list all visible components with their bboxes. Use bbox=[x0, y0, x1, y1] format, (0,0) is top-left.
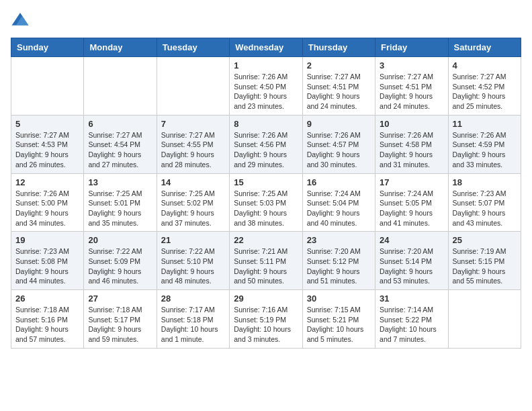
day-number: 7 bbox=[161, 119, 225, 129]
calendar-day-cell: 17Sunrise: 7:24 AM Sunset: 5:05 PM Dayli… bbox=[375, 173, 448, 232]
day-number: 4 bbox=[453, 60, 517, 71]
day-info: Sunrise: 7:18 AM Sunset: 5:16 PM Dayligh… bbox=[15, 305, 79, 345]
calendar-day-cell: 28Sunrise: 7:17 AM Sunset: 5:18 PM Dayli… bbox=[157, 290, 229, 349]
day-number: 6 bbox=[88, 119, 152, 129]
calendar-week-row: 26Sunrise: 7:18 AM Sunset: 5:16 PM Dayli… bbox=[11, 290, 521, 349]
calendar-week-row: 19Sunrise: 7:23 AM Sunset: 5:08 PM Dayli… bbox=[11, 232, 521, 290]
calendar-day-cell: 27Sunrise: 7:18 AM Sunset: 5:17 PM Dayli… bbox=[84, 290, 157, 349]
day-info: Sunrise: 7:25 AM Sunset: 5:01 PM Dayligh… bbox=[88, 189, 152, 228]
calendar-day-cell: 14Sunrise: 7:25 AM Sunset: 5:02 PM Dayli… bbox=[157, 173, 229, 232]
day-info: Sunrise: 7:23 AM Sunset: 5:08 PM Dayligh… bbox=[15, 246, 79, 286]
day-info: Sunrise: 7:27 AM Sunset: 4:52 PM Dayligh… bbox=[453, 72, 517, 111]
day-info: Sunrise: 7:22 AM Sunset: 5:10 PM Dayligh… bbox=[161, 246, 225, 286]
day-info: Sunrise: 7:17 AM Sunset: 5:18 PM Dayligh… bbox=[161, 305, 225, 345]
day-number: 29 bbox=[234, 293, 298, 304]
day-number: 18 bbox=[453, 177, 517, 187]
calendar-day-cell bbox=[157, 57, 229, 116]
day-info: Sunrise: 7:27 AM Sunset: 4:51 PM Dayligh… bbox=[307, 72, 371, 111]
calendar-day-cell: 18Sunrise: 7:23 AM Sunset: 5:07 PM Dayli… bbox=[448, 173, 521, 232]
day-info: Sunrise: 7:26 AM Sunset: 4:56 PM Dayligh… bbox=[234, 130, 298, 170]
calendar-week-row: 5Sunrise: 7:27 AM Sunset: 4:53 PM Daylig… bbox=[11, 115, 521, 173]
day-number: 24 bbox=[380, 235, 443, 245]
day-number: 14 bbox=[161, 177, 225, 187]
day-number: 5 bbox=[15, 119, 79, 129]
day-info: Sunrise: 7:26 AM Sunset: 4:50 PM Dayligh… bbox=[234, 72, 298, 111]
logo-icon bbox=[11, 11, 30, 30]
calendar-day-cell: 5Sunrise: 7:27 AM Sunset: 4:53 PM Daylig… bbox=[11, 115, 84, 173]
calendar-day-cell: 25Sunrise: 7:19 AM Sunset: 5:15 PM Dayli… bbox=[448, 232, 521, 290]
day-info: Sunrise: 7:26 AM Sunset: 4:59 PM Dayligh… bbox=[453, 130, 517, 170]
day-number: 12 bbox=[15, 177, 79, 187]
calendar-day-cell: 6Sunrise: 7:27 AM Sunset: 4:54 PM Daylig… bbox=[84, 115, 157, 173]
day-number: 11 bbox=[453, 119, 517, 129]
day-number: 27 bbox=[88, 293, 152, 304]
calendar-day-cell: 24Sunrise: 7:20 AM Sunset: 5:14 PM Dayli… bbox=[375, 232, 448, 290]
calendar-day-cell: 22Sunrise: 7:21 AM Sunset: 5:11 PM Dayli… bbox=[230, 232, 302, 290]
day-of-week-header: Sunday bbox=[11, 38, 84, 57]
day-info: Sunrise: 7:27 AM Sunset: 4:54 PM Dayligh… bbox=[88, 130, 152, 170]
day-info: Sunrise: 7:26 AM Sunset: 4:57 PM Dayligh… bbox=[307, 130, 371, 170]
day-of-week-header: Friday bbox=[375, 38, 448, 57]
day-number: 28 bbox=[161, 293, 225, 304]
calendar-day-cell bbox=[84, 57, 157, 116]
calendar-day-cell: 31Sunrise: 7:14 AM Sunset: 5:22 PM Dayli… bbox=[375, 290, 448, 349]
calendar-day-cell: 26Sunrise: 7:18 AM Sunset: 5:16 PM Dayli… bbox=[11, 290, 84, 349]
calendar-day-cell: 7Sunrise: 7:27 AM Sunset: 4:55 PM Daylig… bbox=[157, 115, 229, 173]
calendar-day-cell: 12Sunrise: 7:26 AM Sunset: 5:00 PM Dayli… bbox=[11, 173, 84, 232]
day-number: 26 bbox=[15, 293, 79, 304]
calendar-day-cell: 23Sunrise: 7:20 AM Sunset: 5:12 PM Dayli… bbox=[302, 232, 375, 290]
day-number: 19 bbox=[15, 235, 79, 245]
calendar-table: SundayMondayTuesdayWednesdayThursdayFrid… bbox=[11, 38, 521, 349]
day-info: Sunrise: 7:24 AM Sunset: 5:05 PM Dayligh… bbox=[380, 189, 443, 228]
calendar-day-cell: 10Sunrise: 7:26 AM Sunset: 4:58 PM Dayli… bbox=[375, 115, 448, 173]
day-info: Sunrise: 7:25 AM Sunset: 5:02 PM Dayligh… bbox=[161, 189, 225, 228]
calendar-day-cell: 8Sunrise: 7:26 AM Sunset: 4:56 PM Daylig… bbox=[230, 115, 302, 173]
day-info: Sunrise: 7:19 AM Sunset: 5:15 PM Dayligh… bbox=[453, 246, 517, 286]
calendar-day-cell: 29Sunrise: 7:16 AM Sunset: 5:19 PM Dayli… bbox=[230, 290, 302, 349]
day-info: Sunrise: 7:26 AM Sunset: 4:58 PM Dayligh… bbox=[380, 130, 443, 170]
day-number: 1 bbox=[234, 60, 298, 71]
day-info: Sunrise: 7:26 AM Sunset: 5:00 PM Dayligh… bbox=[15, 189, 79, 228]
day-info: Sunrise: 7:20 AM Sunset: 5:14 PM Dayligh… bbox=[380, 246, 443, 286]
day-info: Sunrise: 7:14 AM Sunset: 5:22 PM Dayligh… bbox=[380, 305, 443, 345]
day-number: 23 bbox=[307, 235, 371, 245]
day-info: Sunrise: 7:23 AM Sunset: 5:07 PM Dayligh… bbox=[453, 189, 517, 228]
day-number: 21 bbox=[161, 235, 225, 245]
day-number: 30 bbox=[307, 293, 371, 304]
day-info: Sunrise: 7:24 AM Sunset: 5:04 PM Dayligh… bbox=[307, 189, 371, 228]
calendar-week-row: 12Sunrise: 7:26 AM Sunset: 5:00 PM Dayli… bbox=[11, 173, 521, 232]
calendar-day-cell: 4Sunrise: 7:27 AM Sunset: 4:52 PM Daylig… bbox=[448, 57, 521, 116]
day-number: 2 bbox=[307, 60, 371, 71]
day-info: Sunrise: 7:20 AM Sunset: 5:12 PM Dayligh… bbox=[307, 246, 371, 286]
calendar-day-cell: 3Sunrise: 7:27 AM Sunset: 4:51 PM Daylig… bbox=[375, 57, 448, 116]
day-number: 20 bbox=[88, 235, 152, 245]
calendar-day-cell: 19Sunrise: 7:23 AM Sunset: 5:08 PM Dayli… bbox=[11, 232, 84, 290]
day-of-week-header: Tuesday bbox=[157, 38, 229, 57]
day-info: Sunrise: 7:27 AM Sunset: 4:53 PM Dayligh… bbox=[15, 130, 79, 170]
calendar-day-cell: 9Sunrise: 7:26 AM Sunset: 4:57 PM Daylig… bbox=[302, 115, 375, 173]
calendar-day-cell: 2Sunrise: 7:27 AM Sunset: 4:51 PM Daylig… bbox=[302, 57, 375, 116]
calendar-week-row: 1Sunrise: 7:26 AM Sunset: 4:50 PM Daylig… bbox=[11, 57, 521, 116]
calendar-day-cell bbox=[448, 290, 521, 349]
logo bbox=[11, 11, 32, 30]
day-of-week-header: Monday bbox=[84, 38, 157, 57]
day-info: Sunrise: 7:22 AM Sunset: 5:09 PM Dayligh… bbox=[88, 246, 152, 286]
day-info: Sunrise: 7:25 AM Sunset: 5:03 PM Dayligh… bbox=[234, 189, 298, 228]
day-number: 9 bbox=[307, 119, 371, 129]
calendar-day-cell: 21Sunrise: 7:22 AM Sunset: 5:10 PM Dayli… bbox=[157, 232, 229, 290]
day-number: 3 bbox=[380, 60, 443, 71]
calendar-day-cell: 30Sunrise: 7:15 AM Sunset: 5:21 PM Dayli… bbox=[302, 290, 375, 349]
calendar-day-cell: 16Sunrise: 7:24 AM Sunset: 5:04 PM Dayli… bbox=[302, 173, 375, 232]
day-number: 13 bbox=[88, 177, 152, 187]
day-of-week-header: Saturday bbox=[448, 38, 521, 57]
calendar-day-cell: 1Sunrise: 7:26 AM Sunset: 4:50 PM Daylig… bbox=[230, 57, 302, 116]
day-number: 25 bbox=[453, 235, 517, 245]
day-number: 16 bbox=[307, 177, 371, 187]
day-number: 8 bbox=[234, 119, 298, 129]
day-number: 10 bbox=[380, 119, 443, 129]
calendar-day-cell: 20Sunrise: 7:22 AM Sunset: 5:09 PM Dayli… bbox=[84, 232, 157, 290]
day-of-week-header: Thursday bbox=[302, 38, 375, 57]
day-number: 31 bbox=[380, 293, 443, 304]
day-info: Sunrise: 7:21 AM Sunset: 5:11 PM Dayligh… bbox=[234, 246, 298, 286]
calendar-day-cell: 13Sunrise: 7:25 AM Sunset: 5:01 PM Dayli… bbox=[84, 173, 157, 232]
